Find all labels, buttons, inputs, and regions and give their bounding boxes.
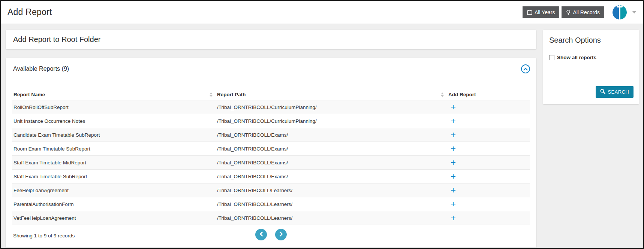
add-report-plus-button[interactable]: + (451, 213, 456, 222)
report-path-cell: /Tribal_ORNTRIBCOLL/Learners/ (216, 183, 447, 197)
search-icon (600, 89, 605, 95)
report-name-cell: VetFeeHelpLoanAgreement (12, 211, 216, 225)
add-report-cell: + (447, 100, 530, 114)
report-table-body: RollOnRollOffSubReport /Tribal_ORNTRIBCO… (12, 100, 530, 225)
available-reports-panel: Available Reports (9) Report Name (6, 58, 536, 248)
table-header-row: Report Name Report Path (12, 89, 530, 100)
report-path-cell: /Tribal_ORNTRIBCOLL/Exams/ (216, 156, 447, 170)
table-row: ParentalAuthorisationForm /Tribal_ORNTRI… (12, 197, 530, 211)
top-bar-actions: All Years All Records (520, 5, 637, 19)
add-report-plus-button[interactable]: + (451, 186, 456, 195)
add-report-cell: + (447, 128, 530, 142)
table-row: RollOnRollOffSubReport /Tribal_ORNTRIBCO… (12, 100, 530, 114)
report-name-header-label: Report Name (13, 92, 45, 97)
show-all-reports-checkbox[interactable] (549, 55, 554, 60)
add-report-cell: + (447, 156, 530, 170)
page-title: Add Report (7, 7, 52, 17)
table-row: FeeHelpLoanAgreement /Tribal_ORNTRIBCOLL… (12, 183, 530, 197)
search-button[interactable]: SEARCH (596, 86, 634, 98)
previous-page-button[interactable] (255, 229, 267, 240)
report-path-cell: /Tribal_ORNTRIBCOLL/Learners/ (216, 211, 447, 225)
add-report-plus-button[interactable]: + (451, 144, 456, 153)
all-records-label: All Records (573, 9, 600, 15)
column-header-report-path[interactable]: Report Path (216, 89, 447, 100)
chevron-up-circle-icon (523, 66, 528, 72)
report-name-cell: Candidate Exam Timetable SubReport (12, 128, 216, 142)
sort-icon[interactable] (210, 92, 213, 97)
report-path-cell: /Tribal_ORNTRIBCOLL/Exams/ (216, 128, 447, 142)
add-report-header-label: Add Report (448, 92, 476, 97)
content-area: Add Report to Root Folder Available Repo… (1, 24, 643, 248)
collapse-section-button[interactable] (521, 64, 530, 73)
section-header: Available Reports (9) (6, 58, 536, 73)
table-row: Room Exam Timetable SubReport /Tribal_OR… (12, 142, 530, 156)
main-column: Add Report to Root Folder Available Repo… (6, 30, 536, 248)
add-report-cell: + (447, 197, 530, 211)
add-report-cell: + (447, 183, 530, 197)
report-path-cell: /Tribal_ORNTRIBCOLL/CurriculumPlanning/ (216, 100, 447, 114)
report-path-cell: /Tribal_ORNTRIBCOLL/Learners/ (216, 197, 447, 211)
report-name-cell: FeeHelpLoanAgreement (12, 183, 216, 197)
add-report-plus-button[interactable]: + (451, 158, 456, 167)
top-bar: Add Report All Years All Records (1, 1, 643, 24)
add-report-plus-button[interactable]: + (451, 130, 456, 139)
search-options-title: Search Options (549, 36, 633, 45)
calendar-icon (527, 10, 532, 15)
report-name-cell: ParentalAuthorisationForm (12, 197, 216, 211)
next-page-button[interactable] (275, 229, 287, 240)
all-years-label: All Years (535, 9, 555, 15)
report-path-cell: /Tribal_ORNTRIBCOLL/Exams/ (216, 170, 447, 183)
lightbulb-icon (566, 10, 571, 15)
chevron-left-icon (259, 231, 263, 238)
user-avatar[interactable] (613, 5, 627, 19)
records-summary: Showing 1 to 9 of 9 records (13, 233, 75, 239)
panel-header: Add Report to Root Folder (6, 30, 536, 49)
sort-icon[interactable] (441, 92, 444, 97)
search-options-panel: Search Options Show all reports SEARCH (543, 30, 639, 104)
report-name-cell: Staff Exam Timetable MidReport (12, 156, 216, 170)
report-name-cell: Staff Exam Timetable SubReport (12, 170, 216, 183)
table-row: Staff Exam Timetable SubReport /Tribal_O… (12, 170, 530, 183)
chevron-right-icon (279, 231, 283, 238)
show-all-reports-option: Show all reports (549, 55, 633, 60)
reports-table: Report Name Report Path (12, 89, 530, 225)
section-title: Available Reports (9) (13, 66, 69, 72)
table-row: Candidate Exam Timetable SubReport /Trib… (12, 128, 530, 142)
column-header-add-report: Add Report (447, 89, 530, 100)
add-report-cell: + (447, 114, 530, 128)
report-path-cell: /Tribal_ORNTRIBCOLL/Exams/ (216, 142, 447, 156)
add-report-cell: + (447, 211, 530, 225)
show-all-reports-label[interactable]: Show all reports (557, 55, 596, 60)
table-footer: Showing 1 to 9 of 9 records (6, 225, 536, 242)
report-name-cell: Unit Instance Occurrence Notes (12, 114, 216, 128)
column-header-report-name[interactable]: Report Name (12, 89, 216, 100)
table-row: Unit Instance Occurrence Notes /Tribal_O… (12, 114, 530, 128)
table-row: Staff Exam Timetable MidReport /Tribal_O… (12, 156, 530, 170)
all-years-button[interactable]: All Years (523, 6, 559, 18)
add-report-cell: + (447, 170, 530, 183)
report-path-header-label: Report Path (217, 92, 246, 97)
all-records-button[interactable]: All Records (562, 6, 604, 18)
add-report-plus-button[interactable]: + (451, 103, 456, 112)
report-name-cell: RollOnRollOffSubReport (12, 100, 216, 114)
report-name-cell: Room Exam Timetable SubReport (12, 142, 216, 156)
panel-title: Add Report to Root Folder (13, 35, 100, 44)
pagination (255, 229, 287, 240)
chevron-down-icon[interactable] (632, 11, 637, 13)
report-path-cell: /Tribal_ORNTRIBCOLL/CurriculumPlanning/ (216, 114, 447, 128)
search-button-label: SEARCH (608, 89, 629, 95)
add-report-plus-button[interactable]: + (451, 116, 456, 125)
table-row: VetFeeHelpLoanAgreement /Tribal_ORNTRIBC… (12, 211, 530, 225)
add-report-plus-button[interactable]: + (451, 200, 456, 209)
add-report-cell: + (447, 142, 530, 156)
add-report-plus-button[interactable]: + (451, 172, 456, 181)
